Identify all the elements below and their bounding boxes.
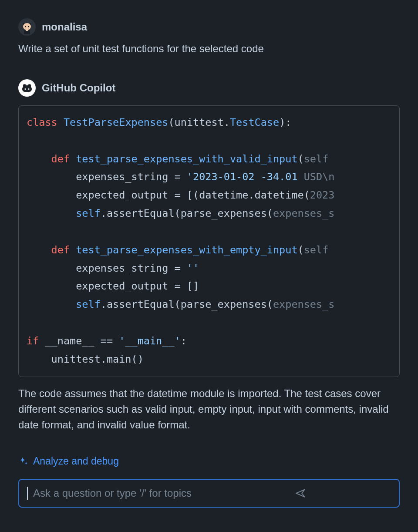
copilot-icon <box>20 81 34 94</box>
svg-point-3 <box>28 26 29 27</box>
svg-point-8 <box>28 88 29 90</box>
code-content: class TestParseExpenses(unittest.TestCas… <box>27 114 399 369</box>
chat-input-container[interactable] <box>18 479 400 508</box>
chat-input[interactable] <box>33 487 287 499</box>
svg-rect-5 <box>26 30 28 31</box>
svg-rect-6 <box>22 86 32 92</box>
send-icon[interactable] <box>295 488 306 499</box>
user-message-text: Write a set of unit test functions for t… <box>18 41 400 57</box>
code-block: class TestParseExpenses(unittest.TestCas… <box>18 105 400 377</box>
svg-point-2 <box>25 26 26 27</box>
analyze-debug-label: Analyze and debug <box>33 454 119 469</box>
assistant-explanation: The code assumes that the datetime modul… <box>18 386 400 433</box>
assistant-message-header: GitHub Copilot <box>18 79 400 97</box>
octocat-avatar-icon <box>20 20 34 34</box>
text-cursor <box>27 487 28 500</box>
assistant-name: GitHub Copilot <box>42 80 115 96</box>
user-avatar <box>18 18 36 36</box>
user-message-header: monalisa <box>18 18 400 36</box>
sparkle-icon <box>18 456 29 466</box>
svg-point-7 <box>24 88 26 90</box>
copilot-avatar <box>18 79 36 97</box>
svg-point-1 <box>23 23 31 30</box>
user-name: monalisa <box>42 19 87 35</box>
analyze-debug-action[interactable]: Analyze and debug <box>18 454 400 469</box>
